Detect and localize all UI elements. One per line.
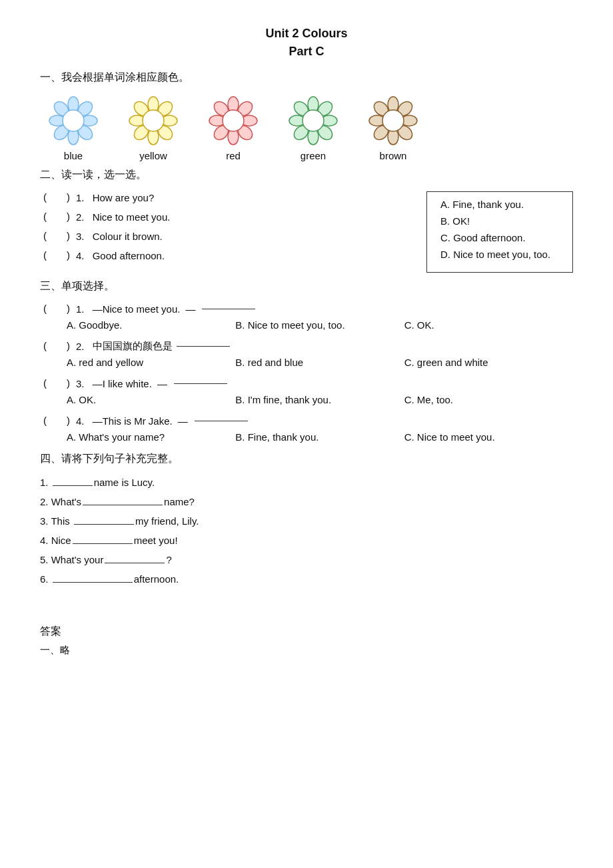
ans-a: A. Fine, thank you. — [440, 199, 559, 210]
fill-4-suffix: meet you! — [134, 535, 178, 546]
answer-line1: 一、略 — [40, 644, 573, 657]
fill-5: 5. What's your ? — [40, 553, 573, 565]
q2-4-text: 4. — [76, 250, 85, 261]
flower-yellow-svg — [127, 94, 180, 147]
answer-section: 答案 一、略 — [40, 625, 573, 657]
mc-q3-4-num: 4. — [76, 415, 85, 427]
paren-3-4: ( ) — [40, 415, 73, 427]
flower-yellow: yellow — [127, 94, 180, 161]
fill-6: 6. afternoon. — [40, 572, 573, 585]
dash-3-3: — — [157, 378, 167, 389]
paren-2-1: ( ) — [40, 191, 73, 204]
paren-3-2: ( ) — [40, 340, 73, 353]
blank-3-3 — [174, 383, 227, 384]
fill-6-suffix: afternoon. — [134, 573, 179, 585]
svg-point-18 — [143, 110, 164, 131]
mc-q3-3-optC: C. Me, too. — [404, 394, 573, 405]
mc-q3-3-line: ( ) 3. —I like white. — — [40, 377, 573, 390]
paren-3-3: ( ) — [40, 377, 73, 390]
flower-brown: brown — [366, 94, 420, 161]
paren-2-2: ( ) — [40, 211, 73, 223]
fill-6-blank — [53, 572, 133, 583]
mc-q3-1-text: —Nice to meet you. — [93, 303, 181, 315]
mc-q3-1-optB: B. Nice to meet you, too. — [235, 319, 404, 331]
ans-b: B. OK! — [440, 215, 559, 227]
blank-3-1 — [202, 309, 255, 309]
paren-2-4: ( ) — [40, 249, 73, 262]
mc-q3-2-text: 中国国旗的颜色是 — [93, 340, 173, 353]
fill-1-prefix: 1. — [40, 477, 51, 488]
section3: 三、单项选择。 ( ) 1. —Nice to meet you. — A. G… — [40, 279, 573, 443]
answers-box: A. Fine, thank you. B. OK! C. Good after… — [426, 191, 573, 273]
fill-2-suffix: name? — [164, 496, 195, 507]
q2-4: ( ) 4. Good afternoon. — [40, 249, 406, 262]
flower-green-svg — [287, 94, 340, 147]
fill-2: 2. What's name? — [40, 495, 573, 507]
flower-brown-svg — [366, 94, 420, 147]
q2-1-body: How are you? — [93, 192, 155, 203]
section2-questions: ( ) 1. How are you? ( ) 2. Nice to meet … — [40, 191, 406, 273]
mc-q3-3-optA: A. OK. — [67, 394, 235, 405]
svg-point-27 — [223, 110, 244, 131]
mc-q3-2-num: 2. — [76, 341, 85, 352]
flower-blue-label: blue — [64, 150, 83, 161]
flower-red-label: red — [226, 150, 241, 161]
flower-green: green — [287, 94, 340, 161]
mc-q3-4-optC: C. Nice to meet you. — [404, 431, 573, 443]
fill-2-blank — [83, 495, 163, 505]
section4-header: 四、请将下列句子补充完整。 — [40, 452, 573, 466]
paren-3-1: ( ) — [40, 303, 73, 315]
section2-header: 二、读一读，选一选。 — [40, 168, 573, 182]
fill-2-prefix: 2. What's — [40, 496, 81, 507]
fill-1: 1. name is Lucy. — [40, 475, 573, 488]
mc-q3-3-text: —I like white. — [93, 378, 152, 389]
q2-2-text: 2. — [76, 211, 85, 223]
mc-q3-1: ( ) 1. —Nice to meet you. — A. Goodbye. … — [40, 303, 573, 331]
mc-q3-3-optB: B. I'm fine, thank you. — [235, 394, 404, 405]
mc-q3-4-line: ( ) 4. —This is Mr Jake. — — [40, 415, 573, 427]
fill-4-prefix: 4. Nice — [40, 535, 71, 546]
paren-2-3: ( ) — [40, 230, 73, 243]
mc-q3-4-optB: B. Fine, thank you. — [235, 431, 404, 443]
mc-q3-1-line: ( ) 1. —Nice to meet you. — — [40, 303, 573, 315]
answer-title: 答案 — [40, 625, 573, 639]
mc-q3-4-optA: A. What's your name? — [67, 431, 235, 443]
mc-q3-2-optA: A. red and yellow — [67, 357, 235, 368]
page-title: Unit 2 Colours — [40, 27, 573, 41]
svg-point-36 — [303, 110, 324, 131]
fill-5-blank — [105, 553, 165, 563]
mc-q3-2-optC: C. green and white — [404, 357, 573, 368]
section2-inner: ( ) 1. How are you? ( ) 2. Nice to meet … — [40, 191, 573, 273]
dash-3-4: — — [178, 415, 188, 427]
fill-4-blank — [73, 533, 133, 544]
fill-3-suffix: my friend, Lily. — [135, 515, 199, 527]
flower-brown-label: brown — [380, 150, 407, 161]
part-title: Part C — [40, 45, 573, 59]
mc-q3-3-options: A. OK. B. I'm fine, thank you. C. Me, to… — [67, 394, 573, 405]
flower-yellow-label: yellow — [139, 150, 167, 161]
flower-green-label: green — [301, 150, 326, 161]
ans-d: D. Nice to meet you, too. — [440, 249, 559, 260]
mc-q3-2-line: ( ) 2. 中国国旗的颜色是 — [40, 340, 573, 353]
section3-header: 三、单项选择。 — [40, 279, 573, 293]
fill-6-prefix: 6. — [40, 573, 51, 585]
section2: 二、读一读，选一选。 ( ) 1. How are you? ( ) 2. Ni… — [40, 168, 573, 273]
mc-q3-3-num: 3. — [76, 378, 85, 389]
svg-point-45 — [382, 110, 404, 131]
mc-q3-4-options: A. What's your name? B. Fine, thank you.… — [67, 431, 573, 443]
q2-2: ( ) 2. Nice to meet you. — [40, 211, 406, 223]
mc-q3-4: ( ) 4. —This is Mr Jake. — A. What's you… — [40, 415, 573, 443]
blank-3-4 — [195, 421, 248, 421]
q2-4-body: Good afternoon. — [93, 250, 165, 261]
blank-3-2 — [177, 346, 230, 347]
fill-1-suffix: name is Lucy. — [94, 477, 155, 488]
mc-q3-4-text: —This is Mr Jake. — [93, 415, 173, 427]
mc-q3-1-num: 1. — [76, 303, 85, 315]
q2-1-text: 1. — [76, 192, 85, 203]
mc-q3-2: ( ) 2. 中国国旗的颜色是 A. red and yellow B. red… — [40, 340, 573, 368]
fill-3-blank — [74, 514, 134, 525]
fill-3-prefix: 3. This — [40, 515, 73, 527]
fill-5-suffix: ? — [166, 554, 171, 565]
mc-q3-1-optC: C. OK. — [404, 319, 573, 331]
q2-2-body: Nice to meet you. — [93, 211, 171, 223]
